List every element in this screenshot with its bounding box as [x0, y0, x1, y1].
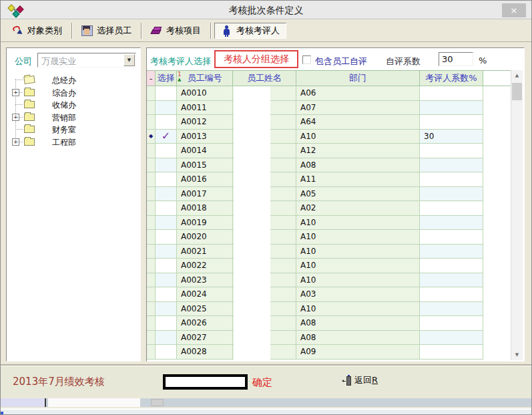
- table-row[interactable]: A0017A05: [147, 187, 511, 202]
- chevron-down-icon[interactable]: ▼: [123, 54, 135, 66]
- coeff-cell[interactable]: [420, 216, 483, 231]
- company-value: 万晟实业: [41, 55, 76, 67]
- tree-item[interactable]: 总经办: [7, 74, 139, 86]
- tree-item[interactable]: +工程部: [7, 136, 139, 148]
- tab-select-employee[interactable]: 选择员工: [75, 23, 138, 39]
- table-row[interactable]: A0010A06: [147, 86, 511, 101]
- table-row[interactable]: A0026A08: [147, 316, 511, 331]
- select-cell[interactable]: [156, 302, 177, 317]
- tree-expander[interactable]: +: [12, 114, 19, 121]
- coeff-cell[interactable]: [420, 144, 483, 158]
- employee-code-cell: A0018: [177, 201, 233, 216]
- header-employee-name[interactable]: 员工姓名: [233, 71, 296, 86]
- table-row[interactable]: A0011A07: [147, 101, 511, 116]
- select-cell[interactable]: [156, 201, 177, 216]
- hscrollbar-thumb[interactable]: [151, 399, 164, 406]
- scroll-up-icon[interactable]: ▲: [511, 70, 523, 81]
- include-self-eval-checkbox[interactable]: [302, 55, 311, 64]
- evaluator-grouping-button[interactable]: 考核人分组选择: [214, 50, 298, 68]
- select-cell[interactable]: [156, 345, 177, 360]
- table-row[interactable]: A0024A03: [147, 287, 511, 302]
- coeff-cell[interactable]: [420, 187, 483, 202]
- company-dropdown[interactable]: 万晟实业 ▼: [37, 53, 136, 67]
- coeff-cell[interactable]: [420, 345, 483, 360]
- header-marker[interactable]: -: [147, 71, 156, 86]
- select-cell[interactable]: [156, 259, 177, 273]
- coeff-cell[interactable]: [420, 201, 483, 216]
- coeff-cell[interactable]: [420, 259, 483, 273]
- select-cell[interactable]: [156, 144, 177, 158]
- header-select[interactable]: 选择: [156, 71, 177, 86]
- tab-assessment-items[interactable]: 考核项目: [145, 23, 207, 39]
- select-cell[interactable]: [156, 331, 177, 345]
- coeff-cell[interactable]: [420, 230, 483, 245]
- section-label: 考核考评人选择: [150, 55, 211, 67]
- select-cell[interactable]: [156, 187, 177, 202]
- tree-expander[interactable]: +: [12, 89, 19, 96]
- tab-evaluators[interactable]: 考核考评人: [214, 23, 286, 39]
- close-icon[interactable]: ×: [502, 3, 526, 17]
- tree-item[interactable]: 财务室: [7, 123, 139, 135]
- coeff-cell[interactable]: 30: [420, 130, 483, 144]
- coeff-cell[interactable]: [420, 273, 483, 288]
- coeff-cell[interactable]: [420, 101, 483, 116]
- tab-object-category[interactable]: 对象类别: [6, 23, 68, 39]
- coeff-cell[interactable]: [420, 287, 483, 302]
- confirm-button[interactable]: 确定: [252, 376, 272, 389]
- select-cell[interactable]: [156, 316, 177, 331]
- department-cell: A08: [296, 331, 420, 345]
- tree-item[interactable]: +综合办: [7, 86, 139, 98]
- dialog-window: 考核批次条件定义 × 对象类别 选择员工 考核项目 考核考评人 公司 万晟实业 …: [0, 0, 532, 415]
- coeff-cell[interactable]: [420, 302, 483, 317]
- table-vertical-scrollbar[interactable]: ▲ ▼: [511, 70, 523, 360]
- tree-expander[interactable]: +: [12, 138, 19, 146]
- header-employee-code[interactable]: 1 ▲ 员工编号: [177, 71, 233, 86]
- select-cell[interactable]: [156, 216, 177, 231]
- select-cell[interactable]: [156, 86, 177, 101]
- tree-item[interactable]: +营销部: [7, 111, 139, 123]
- department-cell: A10: [296, 245, 420, 259]
- table-row[interactable]: A0023A10: [147, 273, 511, 288]
- select-cell[interactable]: [156, 245, 177, 259]
- header-coeff[interactable]: 考评人系数%: [420, 71, 483, 86]
- coeff-cell[interactable]: [420, 158, 483, 173]
- tree-item[interactable]: 收储办: [7, 98, 139, 110]
- coeff-cell[interactable]: [420, 245, 483, 259]
- select-cell[interactable]: [156, 172, 177, 187]
- select-cell[interactable]: [156, 273, 177, 288]
- table-row[interactable]: A0025A10: [147, 302, 511, 317]
- row-marker-cell: [147, 187, 156, 202]
- table-row[interactable]: A0015A08: [147, 158, 511, 173]
- select-cell[interactable]: ✓: [156, 130, 177, 144]
- table-row[interactable]: A0014A12: [147, 144, 511, 158]
- coeff-cell[interactable]: [420, 331, 483, 345]
- return-button[interactable]: 返回R: [342, 374, 378, 386]
- table-row[interactable]: A0022A10: [147, 259, 511, 273]
- table-row[interactable]: A0021A10: [147, 245, 511, 259]
- table-row[interactable]: A0019A10: [147, 216, 511, 231]
- select-cell[interactable]: [156, 230, 177, 245]
- table-row[interactable]: A0018A02: [147, 201, 511, 216]
- self-eval-coeff-label: 自评系数: [386, 55, 421, 67]
- select-cell[interactable]: [156, 115, 177, 130]
- table-row[interactable]: A0027A08: [147, 331, 511, 345]
- table-row[interactable]: A0016A11: [147, 172, 511, 187]
- coeff-cell[interactable]: [420, 86, 483, 101]
- select-cell[interactable]: [156, 158, 177, 173]
- coeff-cell[interactable]: [420, 316, 483, 331]
- row-marker-cell: [147, 216, 156, 231]
- select-cell[interactable]: [156, 101, 177, 116]
- table-row[interactable]: A0020A10: [147, 230, 511, 245]
- header-department[interactable]: 部门: [296, 71, 420, 86]
- table-row[interactable]: ◆✓A0013A1030: [147, 130, 511, 144]
- horizontal-scrollbar-strip[interactable]: [1, 398, 532, 407]
- redacted-input-box[interactable]: [163, 374, 248, 390]
- scroll-down-icon[interactable]: ▼: [511, 350, 523, 360]
- self-eval-coeff-input[interactable]: [439, 52, 473, 66]
- table-row[interactable]: A0012A64: [147, 115, 511, 130]
- coeff-cell[interactable]: [420, 115, 483, 130]
- table-row[interactable]: A0028A09: [147, 345, 511, 360]
- scrollbar-thumb[interactable]: [512, 83, 522, 100]
- select-cell[interactable]: [156, 287, 177, 302]
- coeff-cell[interactable]: [420, 172, 483, 187]
